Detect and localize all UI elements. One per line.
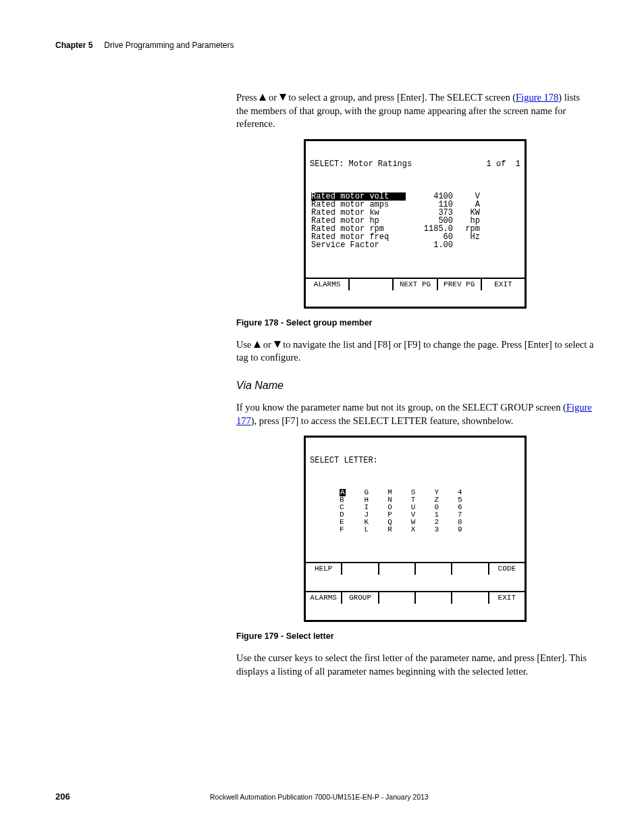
letter-column: STUVWX bbox=[411, 489, 416, 533]
lcd-button bbox=[342, 563, 379, 575]
lcd-row-unit: A bbox=[453, 201, 484, 209]
letter-cell[interactable]: L bbox=[365, 526, 369, 533]
subhead-via-name: Via Name bbox=[236, 380, 594, 392]
lcd-row: Service Factor1.00 bbox=[311, 241, 519, 249]
letter-cell[interactable]: F bbox=[340, 526, 346, 533]
letter-column: YZ0123 bbox=[434, 489, 439, 533]
lcd1-title-right: 1 of 1 bbox=[487, 160, 520, 168]
paragraph-3: If you know the parameter name but not i… bbox=[236, 401, 594, 427]
lcd-row-unit: KW bbox=[453, 209, 484, 217]
letter-column: MNOPQR bbox=[387, 489, 392, 533]
lcd-button bbox=[452, 592, 489, 604]
lcd-button[interactable]: GROUP bbox=[342, 592, 379, 604]
lcd-select-letter: SELECT LETTER: ABCDEFGHIJKLMNOPQRSTUVWXY… bbox=[304, 436, 527, 622]
lcd-button[interactable]: NEXT PG bbox=[394, 279, 437, 290]
lcd-row: Rated motor amps110A bbox=[311, 201, 519, 209]
lcd-select-group-member: SELECT: Motor Ratings 1 of 1 Rated motor… bbox=[304, 139, 527, 309]
lcd-row-value: 4100 bbox=[406, 192, 453, 201]
lcd-button[interactable]: CODE bbox=[489, 563, 525, 575]
page-footer: 206 Rockwell Automation Publication 7000… bbox=[55, 791, 589, 802]
lcd-row-unit: hp bbox=[453, 217, 484, 225]
lcd-row-value: 373 bbox=[406, 209, 453, 217]
lcd-button[interactable]: HELP bbox=[306, 563, 342, 575]
letter-cell[interactable]: 3 bbox=[434, 526, 439, 533]
lcd-row-value: 110 bbox=[406, 201, 453, 209]
lcd-row-label: Rated motor volt bbox=[311, 192, 406, 201]
lcd-row: Rated motor hp500hp bbox=[311, 217, 519, 225]
down-arrow-icon bbox=[279, 94, 286, 101]
lcd-row-unit: Hz bbox=[453, 233, 484, 241]
letter-cell[interactable]: X bbox=[411, 526, 416, 533]
publication-line: Rockwell Automation Publication 7000-UM1… bbox=[70, 793, 568, 801]
lcd-row-unit: rpm bbox=[453, 225, 484, 233]
figure-178-caption: Figure 178 - Select group member bbox=[236, 318, 594, 328]
lcd-button[interactable]: EXIT bbox=[482, 279, 525, 290]
up-arrow-icon bbox=[254, 341, 261, 348]
lcd-row-label: Rated motor rpm bbox=[311, 225, 406, 233]
lcd-row: Rated motor kw373KW bbox=[311, 209, 519, 217]
page-number: 206 bbox=[55, 791, 70, 802]
page-header: Chapter 5 Drive Programming and Paramete… bbox=[55, 41, 589, 51]
figure-178-link[interactable]: Figure 178 bbox=[516, 92, 558, 103]
lcd-row-label: Rated motor hp bbox=[311, 217, 406, 225]
paragraph-1: Press or to select a group, and press [E… bbox=[236, 91, 594, 131]
lcd-row-label: Rated motor freq bbox=[311, 233, 406, 241]
letter-cell[interactable]: R bbox=[387, 526, 392, 533]
lcd-row-value: 1185.0 bbox=[406, 225, 453, 233]
lcd-button bbox=[416, 563, 452, 575]
chapter-label: Chapter 5 bbox=[55, 41, 92, 50]
lcd-row: Rated motor volt4100V bbox=[311, 192, 519, 201]
letter-column: ABCDEF bbox=[340, 489, 346, 533]
letter-column: GHIJKL bbox=[365, 489, 369, 533]
lcd-button[interactable]: ALARMS bbox=[306, 592, 342, 604]
lcd-button[interactable]: ALARMS bbox=[306, 279, 350, 290]
lcd-button bbox=[416, 592, 452, 604]
letter-column: 456789 bbox=[458, 489, 462, 533]
lcd2-title: SELECT LETTER: bbox=[310, 457, 378, 465]
lcd-row-unit bbox=[453, 241, 484, 249]
lcd-button bbox=[379, 592, 416, 604]
lcd-button[interactable]: PREV PG bbox=[438, 279, 482, 290]
lcd-row-unit: V bbox=[453, 192, 484, 201]
lcd-button bbox=[452, 563, 489, 575]
down-arrow-icon bbox=[274, 341, 281, 348]
lcd-button bbox=[350, 279, 394, 290]
lcd-row: Rated motor freq60Hz bbox=[311, 233, 519, 241]
paragraph-2: Use or to navigate the list and [F8] or … bbox=[236, 338, 594, 365]
lcd-row-value: 500 bbox=[406, 217, 453, 225]
lcd-row-value: 1.00 bbox=[406, 241, 453, 249]
lcd-row-label: Rated motor amps bbox=[311, 201, 406, 209]
paragraph-4: Use the curser keys to select the first … bbox=[236, 652, 594, 678]
lcd-row: Rated motor rpm1185.0rpm bbox=[311, 225, 519, 233]
figure-179-caption: Figure 179 - Select letter bbox=[236, 631, 594, 641]
lcd-row-label: Rated motor kw bbox=[311, 209, 406, 217]
lcd1-title-left: SELECT: Motor Ratings bbox=[310, 160, 412, 168]
lcd-button[interactable]: EXIT bbox=[489, 592, 525, 604]
lcd-button bbox=[379, 563, 416, 575]
chapter-title: Drive Programming and Parameters bbox=[104, 41, 234, 50]
lcd-row-value: 60 bbox=[406, 233, 453, 241]
up-arrow-icon bbox=[259, 94, 266, 101]
letter-cell[interactable]: 9 bbox=[458, 526, 462, 533]
lcd-row-label: Service Factor bbox=[311, 241, 406, 249]
